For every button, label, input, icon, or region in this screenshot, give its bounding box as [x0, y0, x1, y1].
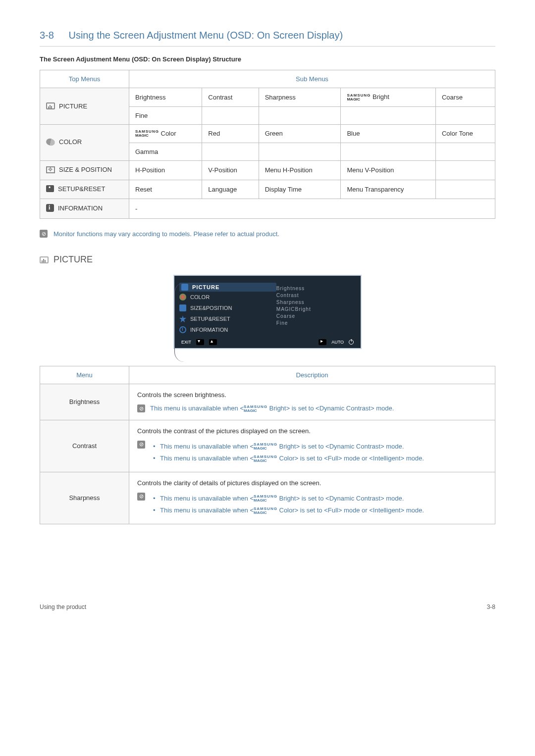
cell: Display Time — [259, 180, 341, 199]
cell — [341, 106, 436, 124]
cell — [435, 143, 495, 161]
page-footer: Using the product 3-8 — [40, 604, 495, 610]
size-position-icon — [46, 166, 55, 173]
cell — [341, 143, 436, 161]
cell: - — [129, 199, 495, 219]
cell: Menu H-Position — [259, 161, 341, 180]
footer-left: Using the product — [40, 604, 86, 610]
note-bullet: This menu is unavailable when <SAMSUNGMA… — [153, 493, 424, 505]
menu-information: INFORMATION — [40, 199, 129, 219]
structure-table: Top Menus Sub Menus PICTURE Brightness C… — [40, 70, 495, 219]
th-description: Description — [129, 366, 495, 384]
cell — [435, 106, 495, 124]
samsung-magic-label: SAMSUNGMAGIC — [135, 130, 159, 138]
cell: Language — [202, 180, 259, 199]
picture-icon — [40, 256, 49, 263]
footer-right: 3-8 — [487, 604, 495, 610]
cell — [259, 106, 341, 124]
up-button-icon — [209, 339, 217, 345]
menu-picture: PICTURE — [40, 88, 129, 125]
samsung-magic-label: SAMSUNGMAGIC — [254, 443, 277, 451]
osd-footer: EXIT AUTO — [174, 336, 361, 348]
cell — [435, 180, 495, 199]
note-disclaimer: Monitor functions may vary according to … — [40, 230, 495, 238]
osd-curve — [174, 283, 184, 362]
setup-reset-icon — [46, 185, 54, 192]
th-top-menus: Top Menus — [40, 70, 129, 88]
menu-setup-reset: SETUP&RESET — [40, 180, 129, 199]
cell: Blue — [341, 124, 436, 143]
row-brightness-name: Brightness — [40, 384, 129, 420]
menu-size-position: SIZE & POSITION — [40, 161, 129, 180]
note-icon — [137, 404, 145, 412]
section-number: 3-8 — [40, 30, 54, 41]
row-sharpness-desc: Controls the clarity of details of pictu… — [129, 472, 495, 524]
cell: Green — [259, 124, 341, 143]
note-icon — [137, 493, 145, 501]
down-button-icon — [196, 339, 204, 345]
color-icon — [45, 138, 55, 147]
th-menu: Menu — [40, 366, 129, 384]
enter-button-icon — [319, 339, 326, 345]
note-text: Monitor functions may vary according to … — [54, 230, 279, 238]
cell: Contrast — [202, 88, 259, 107]
power-icon — [349, 340, 354, 345]
cell: SAMSUNGMAGIC Bright — [341, 88, 436, 107]
samsung-magic-label: SAMSUNGMAGIC — [244, 405, 268, 413]
auto-label: AUTO — [331, 340, 344, 345]
cell: Sharpness — [259, 88, 341, 107]
samsung-magic-label: SAMSUNGMAGIC — [254, 455, 277, 463]
note-bullet: This menu is unavailable when <SAMSUNGMA… — [153, 504, 424, 517]
cell: Brightness — [129, 88, 202, 107]
osd-item-size: SIZE&POSITION — [179, 302, 276, 313]
information-icon — [179, 326, 186, 333]
cell: Coarse — [435, 88, 495, 107]
row-contrast-name: Contrast — [40, 420, 129, 472]
cell: H-Position — [129, 161, 202, 180]
structure-heading: The Screen Adjustment Menu (OSD: On Scre… — [40, 55, 495, 63]
cell: Red — [202, 124, 259, 143]
th-sub-menus: Sub Menus — [129, 70, 495, 88]
section-title: 3-8 Using the Screen Adjustment Menu (OS… — [40, 30, 495, 47]
cell: Gamma — [129, 143, 202, 161]
osd-item-setup: SETUP&RESET — [179, 313, 276, 324]
cell — [259, 143, 341, 161]
note-bullet: This menu is unavailable when <SAMSUNGMA… — [153, 453, 424, 465]
cell — [202, 143, 259, 161]
row-sharpness-name: Sharpness — [40, 472, 129, 524]
description-table: Menu Description Brightness Controls the… — [40, 366, 495, 524]
note-icon — [40, 230, 48, 238]
picture-icon — [46, 102, 55, 109]
cell — [435, 161, 495, 180]
picture-section-heading: PICTURE — [40, 254, 495, 265]
samsung-magic-label: SAMSUNGMAGIC — [254, 507, 277, 515]
row-contrast-desc: Controls the contrast of the pictures di… — [129, 420, 495, 472]
osd-item-color: COLOR — [179, 292, 276, 302]
osd-item-picture: PICTURE — [179, 283, 276, 292]
cell: Reset — [129, 180, 202, 199]
cell: Menu V-Position — [341, 161, 436, 180]
note-icon — [137, 441, 145, 449]
cell: Fine — [129, 106, 202, 124]
section-text: Using the Screen Adjustment Menu (OSD: O… — [68, 30, 343, 41]
osd-screenshot: PICTURE COLOR SIZE&POSITION SETUP&RESET … — [173, 275, 362, 349]
cell: Color Tone — [435, 124, 495, 143]
samsung-magic-label: SAMSUNGMAGIC — [347, 94, 371, 101]
row-brightness-desc: Controls the screen brightness. This men… — [129, 384, 495, 420]
osd-item-info: INFORMATION — [179, 324, 276, 335]
note-bullet: This menu is unavailable when <SAMSUNGMA… — [153, 441, 424, 453]
cell: SAMSUNGMAGIC Color — [129, 124, 202, 143]
menu-color: COLOR — [40, 124, 129, 161]
osd-submenu-list: Brightness Contrast Sharpness MAGICBrigh… — [276, 283, 356, 335]
samsung-magic-label: SAMSUNGMAGIC — [254, 495, 277, 503]
cell — [202, 106, 259, 124]
cell: V-Position — [202, 161, 259, 180]
cell: Menu Transparency — [341, 180, 436, 199]
information-icon — [46, 204, 54, 212]
